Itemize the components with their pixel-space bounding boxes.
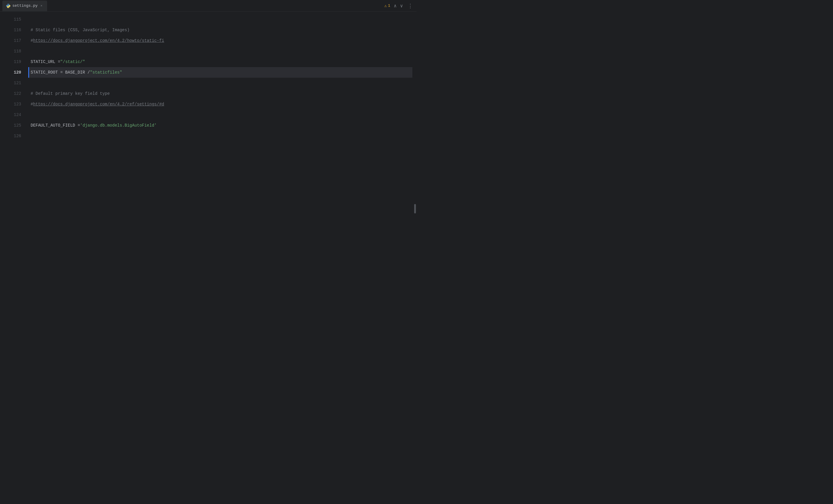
code-line: # https://docs.djangoproject.com/en/4.2/… [28, 35, 416, 46]
tab-filename: settings.py [13, 3, 38, 8]
nav-arrows: ∧ ∨ [392, 2, 404, 9]
left-gutter [0, 12, 5, 252]
more-options-icon[interactable]: ⋮ [406, 1, 414, 10]
code-line: DEFAULT_AUTO_FIELD = 'django.db.models.B… [28, 120, 416, 131]
warning-indicator[interactable]: ⚠ 1 [384, 3, 390, 8]
line-numbers: 115116117118119120121122123124125126 [5, 12, 28, 252]
nav-up-arrow[interactable]: ∧ [392, 2, 398, 9]
settings-py-tab[interactable]: settings.py × [2, 1, 47, 11]
line-number: 115 [5, 14, 24, 25]
tab-bar: settings.py × ⚠ 1 ∧ ∨ ⋮ [0, 0, 416, 12]
code-line [28, 110, 416, 120]
warning-count: 1 [388, 3, 390, 8]
line-number: 122 [5, 88, 24, 99]
line-number: 116 [5, 25, 24, 35]
line-number: 123 [5, 99, 24, 110]
code-line [28, 78, 416, 88]
code-line: STATIC_URL = "/static/" [28, 56, 416, 67]
close-tab-icon[interactable]: × [40, 4, 44, 8]
code-line [28, 46, 416, 56]
nav-down-arrow[interactable]: ∨ [399, 2, 404, 9]
line-number: 125 [5, 120, 24, 131]
line-number: 124 [5, 110, 24, 120]
line-number: 121 [5, 78, 24, 88]
editor-container: 115116117118119120121122123124125126 # S… [0, 12, 416, 252]
tab-bar-right: ⚠ 1 ∧ ∨ ⋮ [384, 1, 414, 10]
code-line: # Static files (CSS, JavaScript, Images) [28, 25, 416, 35]
line-number: 126 [5, 131, 24, 141]
line-number: 117 [5, 35, 24, 46]
python-icon [6, 3, 10, 8]
warning-icon: ⚠ [384, 3, 386, 8]
code-line [28, 14, 416, 25]
line-number: 119 [5, 56, 24, 67]
code-line [28, 131, 416, 141]
line-number: 118 [5, 46, 24, 56]
code-line: # Default primary key field type [28, 88, 416, 99]
code-area[interactable]: # Static files (CSS, JavaScript, Images)… [28, 12, 416, 252]
scrollbar[interactable] [412, 12, 416, 252]
code-line: STATIC_ROOT = BASE_DIR / "staticfiles" [28, 67, 416, 78]
tab-list: settings.py × [2, 1, 47, 11]
code-line: # https://docs.djangoproject.com/en/4.2/… [28, 99, 416, 110]
line-number: 120 [5, 67, 24, 78]
